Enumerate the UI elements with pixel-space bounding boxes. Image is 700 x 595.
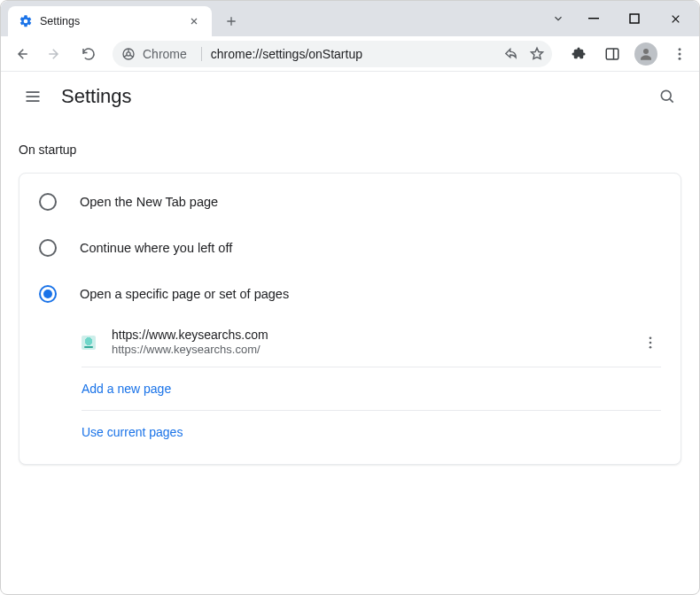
svg-point-7: [679, 52, 681, 55]
radio-label: Open a specific page or set of pages: [80, 287, 289, 301]
window-controls: [543, 1, 699, 36]
startup-page-row: https://www.keysearchs.com https://www.k…: [82, 317, 661, 367]
profile-avatar[interactable]: [632, 40, 660, 68]
gear-icon: [19, 14, 33, 28]
avatar-icon: [634, 42, 657, 66]
radio-continue[interactable]: Continue where you left off: [19, 225, 681, 271]
svg-rect-9: [27, 91, 40, 93]
omnibox-chip-label: Chrome: [143, 47, 187, 61]
chevron-down-icon[interactable]: [543, 5, 573, 32]
settings-header: Settings: [1, 72, 699, 121]
search-icon[interactable]: [651, 81, 683, 112]
omnibox-actions: [503, 46, 545, 62]
add-new-page-label: Add a new page: [82, 382, 171, 396]
svg-point-15: [649, 345, 652, 348]
use-current-pages-label: Use current pages: [82, 425, 183, 439]
svg-point-5: [643, 49, 649, 54]
hamburger-menu-icon[interactable]: [17, 81, 49, 112]
minimize-button[interactable]: [573, 5, 614, 32]
back-button[interactable]: [6, 39, 36, 69]
svg-point-6: [679, 48, 681, 50]
kebab-menu-icon[interactable]: [665, 40, 694, 68]
add-new-page-button[interactable]: Add a new page: [82, 367, 661, 410]
share-icon[interactable]: [503, 46, 518, 61]
svg-rect-4: [606, 49, 618, 59]
browser-tab[interactable]: Settings: [8, 6, 212, 36]
svg-point-13: [649, 336, 652, 339]
svg-rect-10: [27, 96, 40, 97]
radio-icon: [39, 193, 57, 211]
radio-label: Continue where you left off: [80, 241, 232, 255]
svg-rect-1: [630, 14, 639, 23]
close-icon[interactable]: [187, 14, 201, 28]
startup-page-url: https://www.keysearchs.com/: [112, 343, 636, 358]
tab-title: Settings: [40, 15, 187, 27]
tab-strip: Settings: [1, 1, 543, 36]
site-favicon-icon: [82, 336, 96, 350]
radio-label: Open the New Tab page: [80, 195, 218, 209]
startup-pages-area: https://www.keysearchs.com https://www.k…: [19, 317, 681, 459]
svg-rect-11: [27, 100, 40, 102]
radio-icon: [39, 285, 57, 303]
svg-point-3: [127, 51, 130, 55]
use-current-pages-button[interactable]: Use current pages: [82, 411, 661, 453]
on-startup-card: Open the New Tab page Continue where you…: [19, 173, 681, 465]
radio-open-new-tab[interactable]: Open the New Tab page: [19, 179, 681, 225]
settings-content: On startup Open the New Tab page Continu…: [1, 121, 699, 594]
row-kebab-menu-icon[interactable]: [636, 328, 665, 357]
close-window-button[interactable]: [655, 5, 696, 32]
titlebar: Settings: [1, 1, 699, 36]
extensions-icon[interactable]: [564, 40, 593, 68]
toolbar: Chrome chrome://settings/onStartup: [1, 36, 699, 72]
new-tab-button[interactable]: [219, 9, 244, 34]
page-title: Settings: [61, 85, 132, 108]
page-texts: https://www.keysearchs.com https://www.k…: [112, 327, 636, 358]
omnibox-url: chrome://settings/onStartup: [204, 47, 503, 61]
chrome-icon: [121, 47, 136, 61]
radio-specific-pages[interactable]: Open a specific page or set of pages: [19, 271, 681, 317]
svg-point-8: [679, 57, 681, 59]
forward-button[interactable]: [40, 39, 70, 69]
svg-rect-0: [588, 18, 599, 19]
svg-point-14: [649, 341, 652, 344]
maximize-button[interactable]: [614, 5, 655, 32]
chrome-chip: Chrome: [121, 47, 204, 61]
reload-button[interactable]: [74, 39, 104, 69]
toolbar-right: [561, 40, 694, 68]
star-icon[interactable]: [529, 46, 545, 62]
radio-icon: [39, 239, 57, 257]
chip-separator: [201, 47, 202, 61]
browser-window: Settings: [0, 0, 700, 595]
address-bar[interactable]: Chrome chrome://settings/onStartup: [113, 41, 552, 67]
startup-page-title: https://www.keysearchs.com: [112, 327, 636, 343]
section-title: On startup: [19, 143, 681, 157]
side-panel-icon[interactable]: [598, 40, 626, 68]
svg-point-12: [661, 90, 671, 100]
